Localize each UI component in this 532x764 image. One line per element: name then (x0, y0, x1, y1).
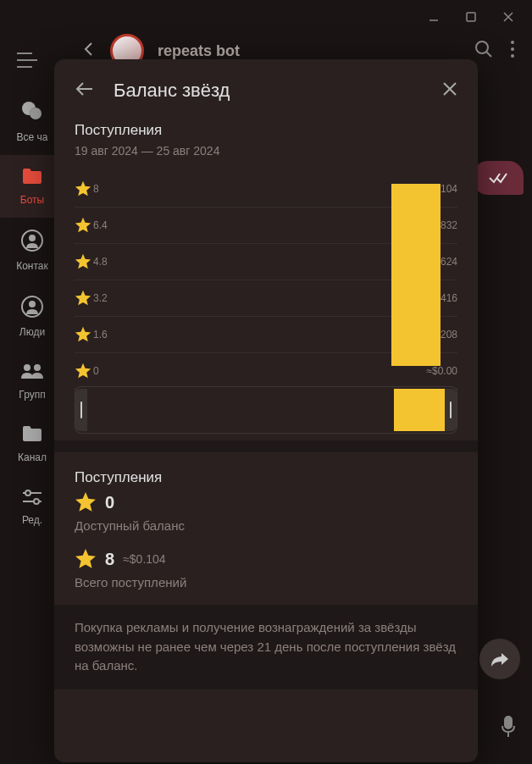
sidebar-item-label: Групп (19, 389, 45, 401)
person-icon (21, 230, 43, 257)
sidebar-item-label: Боты (20, 194, 44, 206)
chart-y-tick: 8 (93, 183, 99, 195)
svg-point-14 (511, 47, 514, 51)
svg-point-8 (24, 364, 30, 371)
maximize-button[interactable] (461, 7, 481, 27)
window-close-button[interactable] (498, 7, 518, 27)
svg-point-12 (476, 42, 488, 53)
person-icon (21, 296, 43, 323)
sidebar-item-label: Контак (16, 260, 48, 272)
section-title: Поступления (75, 122, 457, 139)
svg-point-5 (29, 235, 36, 241)
svg-point-7 (29, 301, 36, 307)
mic-icon[interactable] (500, 715, 517, 744)
folder-icon (21, 424, 43, 448)
more-icon[interactable] (510, 40, 515, 63)
available-balance-label: Доступный баланс (75, 518, 457, 533)
chart-bar (391, 184, 441, 366)
divider (54, 440, 478, 452)
sidebar-item-label: Канал (18, 451, 47, 463)
section-title: Поступления (75, 469, 457, 486)
svg-point-9 (34, 364, 41, 371)
sidebar-item-label: Ред. (22, 514, 42, 526)
star-icon (75, 548, 97, 570)
minimize-button[interactable] (424, 7, 444, 27)
total-balance-usd: ≈$0.104 (123, 552, 166, 566)
chart-y-tick: 4.8 (93, 256, 108, 268)
sidebar-item-label: Люди (19, 326, 45, 338)
chart-y-tick: 0 (93, 365, 99, 377)
available-balance-value: 0 (105, 493, 114, 512)
chat-back-button[interactable] (81, 42, 97, 61)
total-balance-value: 8 (105, 550, 114, 569)
scrubber-bar-preview (394, 389, 445, 431)
scrubber-handle-right[interactable] (445, 389, 457, 431)
chart[interactable]: 8≈$0.1046.4≈$0.08324.8≈$0.06243.2≈$0.041… (75, 171, 457, 366)
modal-back-button[interactable] (75, 80, 93, 102)
svg-rect-16 (505, 717, 512, 728)
chart-y-right-tick: ≈$0.00 (426, 365, 457, 377)
modal-title: Баланс звёзд (114, 80, 422, 102)
scrubber-handle-left[interactable] (75, 389, 87, 431)
svg-rect-0 (467, 13, 475, 21)
chart-scrubber[interactable] (75, 386, 457, 434)
message-bubble[interactable] (473, 161, 524, 195)
svg-point-10 (25, 490, 30, 495)
group-icon (20, 362, 44, 385)
info-text: Покупка рекламы и получение вознагражден… (54, 605, 478, 689)
chat-title[interactable]: repeats bot (158, 42, 461, 60)
total-balance-label: Всего поступлений (75, 575, 457, 590)
chart-y-tick: 3.2 (93, 292, 108, 304)
chart-y-tick: 6.4 (93, 219, 108, 231)
share-button[interactable] (479, 639, 520, 679)
chat-icon (21, 101, 43, 128)
svg-point-15 (511, 54, 514, 58)
svg-point-11 (34, 499, 39, 504)
folder-icon (21, 167, 43, 191)
sidebar-item-label: Все ча (17, 131, 48, 143)
sliders-icon (21, 487, 43, 511)
star-icon (75, 491, 97, 513)
svg-point-13 (511, 41, 514, 44)
svg-point-3 (30, 108, 42, 119)
modal-close-button[interactable] (442, 80, 457, 102)
search-icon[interactable] (474, 40, 493, 63)
chart-y-tick: 1.6 (93, 329, 108, 340)
date-range: 19 авг 2024 — 25 авг 2024 (75, 144, 457, 158)
stars-balance-modal: Баланс звёзд Поступления 19 авг 2024 — 2… (54, 59, 478, 762)
